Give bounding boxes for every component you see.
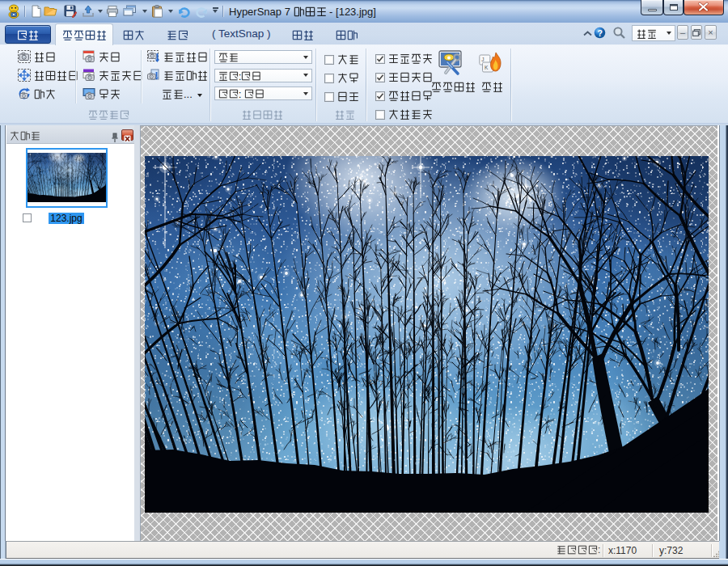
svg-text:?: ? [597, 28, 602, 38]
svg-text:K: K [485, 65, 489, 70]
svg-text:J: J [481, 57, 484, 62]
